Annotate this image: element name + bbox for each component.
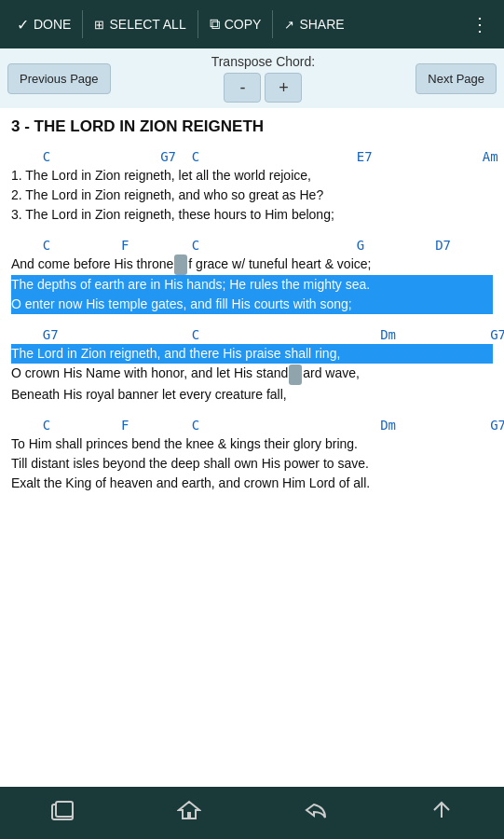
done-label: DONE <box>34 17 71 32</box>
song-content: 3 - THE LORD IN ZION REIGNETH C G7 C E7 … <box>0 108 504 787</box>
lyric-4-3[interactable]: Exalt the King of heaven and earth, and … <box>11 474 493 493</box>
up-button[interactable] <box>415 791 469 834</box>
transpose-buttons: - + <box>224 73 302 103</box>
share-button[interactable]: ↗ SHARE <box>275 0 353 48</box>
chord-line-4: C F C Dm G7 C <box>11 418 493 433</box>
lyric-2-3[interactable]: O enter now His temple gates, and fill H… <box>11 295 493 314</box>
prev-page-button[interactable]: Previous Page <box>7 63 111 94</box>
lyric-2-1[interactable]: And come before His thronef grace w/ tun… <box>11 254 493 275</box>
drag-handle-start[interactable] <box>174 254 187 275</box>
share-icon: ↗ <box>284 18 294 32</box>
nav-bar: Previous Page Transpose Chord: - + Next … <box>0 48 504 108</box>
select-all-icon: ⊞ <box>94 18 104 32</box>
chord-line-1: C G7 C E7 Am <box>11 149 493 164</box>
lyric-4-1[interactable]: To Him shall princes bend the knee & kin… <box>11 434 493 454</box>
bottom-navigation <box>0 787 504 839</box>
done-button[interactable]: ✓ DONE <box>7 0 80 48</box>
svg-rect-1 <box>56 802 73 817</box>
select-all-button[interactable]: ⊞ SELECT ALL <box>85 0 195 48</box>
verse-4: C F C Dm G7 C To Him shall princes bend … <box>11 418 493 493</box>
lyric-2-2[interactable]: The depths of earth are in His hands; He… <box>11 275 493 295</box>
copy-label: COPY <box>225 17 262 32</box>
next-page-button[interactable]: Next Page <box>415 63 497 94</box>
drag-handle-end[interactable] <box>289 364 302 385</box>
lyric-3-3[interactable]: Beneath His royal banner let every creat… <box>11 385 493 405</box>
checkmark-icon: ✓ <box>17 16 29 34</box>
toolbar-divider-2 <box>198 10 198 38</box>
more-options-button[interactable]: ⋮ <box>463 13 497 35</box>
verse-2: C F C G D7 G And come before His thronef… <box>11 238 493 314</box>
verse-3: G7 C Dm G7 The Lord in Zion reigneth, an… <box>11 327 493 404</box>
transpose-label: Transpose Chord: <box>211 54 316 69</box>
transpose-plus-button[interactable]: + <box>265 73 302 103</box>
toolbar: ✓ DONE ⊞ SELECT ALL ⧉ COPY ↗ SHARE ⋮ <box>0 0 504 48</box>
select-all-label: SELECT ALL <box>109 17 185 32</box>
lyric-3-2[interactable]: O crown His Name with honor, and let His… <box>11 364 493 384</box>
home-button[interactable] <box>162 791 216 834</box>
lyric-3-1[interactable]: The Lord in Zion reigneth, and there His… <box>11 344 493 364</box>
lyric-4-2[interactable]: Till distant isles beyond the deep shall… <box>11 454 493 474</box>
chord-line-2: C F C G D7 G <box>11 238 493 253</box>
verse-1: C G7 C E7 Am 1. The Lord in Zion reignet… <box>11 149 493 225</box>
share-label: SHARE <box>299 17 344 32</box>
lyric-1-2[interactable]: 2. The Lord in Zion reigneth, and who so… <box>11 186 493 205</box>
chord-line-3: G7 C Dm G7 <box>11 327 493 342</box>
toolbar-divider-1 <box>82 10 83 38</box>
lyric-1-1[interactable]: 1. The Lord in Zion reigneth, let all th… <box>11 166 493 186</box>
copy-button[interactable]: ⧉ COPY <box>200 0 271 48</box>
recents-button[interactable] <box>35 793 91 833</box>
toolbar-divider-3 <box>272 10 273 38</box>
song-title: 3 - THE LORD IN ZION REIGNETH <box>11 117 493 136</box>
copy-icon: ⧉ <box>210 16 220 33</box>
transpose-controls: Transpose Chord: - + <box>116 54 411 103</box>
transpose-minus-button[interactable]: - <box>224 73 261 103</box>
lyric-1-3[interactable]: 3. The Lord in Zion reigneth, these hour… <box>11 205 493 225</box>
back-button[interactable] <box>288 791 344 834</box>
